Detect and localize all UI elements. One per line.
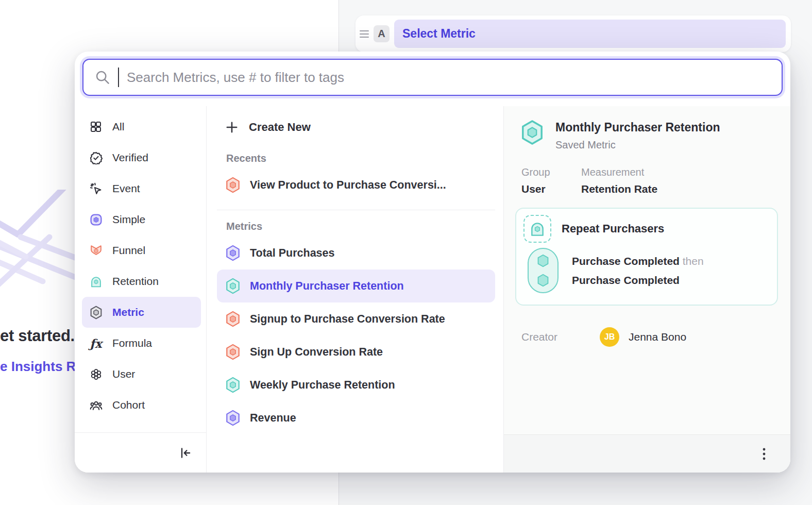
sidebar-item-label: Funnel <box>112 244 145 257</box>
metric-item-weekly-purchase-retention[interactable]: Weekly Purchase Retention <box>217 368 495 401</box>
metric-item-label: Sign Up Conversion Rate <box>250 346 383 359</box>
recent-metric-label: View Product to Purchase Conversi... <box>250 179 446 192</box>
metric-item-label: Monthly Purchaser Retention <box>250 280 404 293</box>
search-section <box>75 52 790 106</box>
detail-fields: Group User Measurement Retention Rate <box>515 166 778 195</box>
sidebar-item-label: Event <box>112 182 140 195</box>
drag-handle-icon[interactable] <box>360 30 369 38</box>
sidebar-item-label: Retention <box>112 275 159 288</box>
search-input[interactable] <box>127 70 770 86</box>
sidebar-item-user[interactable]: User <box>82 359 201 390</box>
sidebar-footer <box>75 432 206 473</box>
creator-name: Jenna Bono <box>629 331 686 343</box>
metric-list-column: Create New Recents View Product to Purch… <box>207 106 504 473</box>
metric-hexagon-icon <box>89 306 103 319</box>
grid-icon <box>89 121 103 133</box>
metric-hex-icon <box>225 278 241 294</box>
search-box[interactable] <box>82 59 783 96</box>
user-flower-icon <box>89 368 103 381</box>
search-icon <box>95 70 110 85</box>
metric-item-revenue[interactable]: Revenue <box>217 401 495 434</box>
metric-item-sign-up-conversion-rate[interactable]: Sign Up Conversion Rate <box>217 335 495 368</box>
sidebar-item-label: Formula <box>112 337 152 349</box>
create-new-label: Create New <box>249 121 311 134</box>
sidebar-item-label: User <box>112 368 135 380</box>
metric-item-label: Total Purchases <box>250 247 335 260</box>
detail-header: Monthly Purchaser Retention Saved Metric <box>515 120 778 151</box>
plus-icon <box>225 121 239 134</box>
metric-item-label: Weekly Purchase Retention <box>250 379 395 392</box>
list-divider <box>217 210 495 210</box>
field-label: Measurement <box>581 166 657 178</box>
create-new-button[interactable]: Create New <box>225 112 495 142</box>
formula-fx-icon: ƒx <box>89 338 103 349</box>
select-metric-button[interactable]: Select Metric <box>394 20 786 48</box>
sidebar-item-label: All <box>112 121 124 133</box>
screen: et started. e Insights Re A Select Metri… <box>0 0 812 505</box>
event-sequence-capsule <box>528 248 559 293</box>
sidebar-item-all[interactable]: All <box>82 111 201 142</box>
modal-body: All Verified Event <box>75 106 790 473</box>
saved-metric-hex-icon <box>520 120 544 145</box>
sidebar-item-event[interactable]: Event <box>82 173 201 204</box>
creator-row: Creator JB Jenna Bono <box>515 327 778 347</box>
sidebar-item-simple[interactable]: Simple <box>82 204 201 235</box>
retention-arch-icon <box>89 275 103 288</box>
metric-hex-icon <box>225 377 241 393</box>
metric-item-label: Revenue <box>250 412 296 425</box>
sidebar-item-label: Verified <box>112 152 148 164</box>
retention-definition-icon <box>523 215 551 243</box>
funnel-metric-hex-icon <box>225 177 241 193</box>
cohort-people-icon <box>89 399 103 412</box>
sidebar-item-funnel[interactable]: Funnel <box>82 235 201 266</box>
metric-detail-panel: Monthly Purchaser Retention Saved Metric… <box>504 106 790 473</box>
metric-hex-icon <box>225 245 241 261</box>
event-hex-icon <box>537 274 549 287</box>
metric-item-label: Signup to Purchase Conversion Rate <box>250 313 445 326</box>
metric-hex-icon <box>225 344 241 360</box>
definition-step-2: Purchase Completed <box>572 274 704 287</box>
field-measurement: Measurement Retention Rate <box>581 166 657 195</box>
event-hex-icon <box>537 254 549 267</box>
field-value: Retention Rate <box>581 183 657 195</box>
metric-picker-modal: All Verified Event <box>75 52 790 473</box>
metrics-section-label: Metrics <box>226 221 495 232</box>
metric-hex-icon <box>225 410 241 426</box>
definition-name: Repeat Purchasers <box>562 222 664 235</box>
background-headline-fragment: et started. <box>0 327 75 345</box>
sidebar-item-label: Cohort <box>112 399 145 411</box>
recent-metric-item[interactable]: View Product to Purchase Conversi... <box>217 169 495 201</box>
detail-footer <box>504 434 790 473</box>
verified-seal-icon <box>89 152 103 164</box>
recents-section-label: Recents <box>226 153 495 164</box>
creator-avatar: JB <box>600 327 619 347</box>
metric-item-signup-to-purchase-conversion-rate[interactable]: Signup to Purchase Conversion Rate <box>217 302 495 335</box>
metric-item-total-purchases[interactable]: Total Purchases <box>217 237 495 270</box>
field-group: Group User <box>521 166 568 195</box>
more-options-button[interactable] <box>757 446 771 462</box>
query-builder-row: A Select Metric <box>356 15 791 52</box>
sidebar-item-label: Metric <box>112 306 144 318</box>
background-report-link-fragment[interactable]: e Insights Re <box>0 359 83 375</box>
vertical-ellipsis-icon <box>757 446 771 462</box>
select-metric-label: Select Metric <box>402 27 476 41</box>
funnel-icon <box>89 244 103 257</box>
definition-body: Purchase Completed then Purchase Complet… <box>523 248 769 293</box>
metric-item-monthly-purchaser-retention[interactable]: Monthly Purchaser Retention <box>217 270 495 302</box>
sidebar-item-cohort[interactable]: Cohort <box>82 390 201 420</box>
sidebar-item-retention[interactable]: Retention <box>82 266 201 297</box>
field-value: User <box>521 183 568 195</box>
collapse-sidebar-button[interactable] <box>178 446 193 460</box>
detail-title: Monthly Purchaser Retention <box>555 121 720 134</box>
sidebar-item-formula[interactable]: ƒx Formula <box>82 328 201 359</box>
simple-square-hex-icon <box>89 213 103 226</box>
definition-step-1: Purchase Completed then <box>572 255 704 267</box>
sidebar-item-metric[interactable]: Metric <box>82 297 201 328</box>
metric-hex-icon <box>225 311 241 327</box>
sidebar-item-verified[interactable]: Verified <box>82 142 201 173</box>
cursor-click-icon <box>89 182 103 195</box>
detail-subtitle: Saved Metric <box>555 139 720 151</box>
creator-label: Creator <box>521 331 600 343</box>
metric-definition-card: Repeat Purchasers Purchase Completed the… <box>515 208 778 306</box>
filter-sidebar: All Verified Event <box>75 106 207 473</box>
